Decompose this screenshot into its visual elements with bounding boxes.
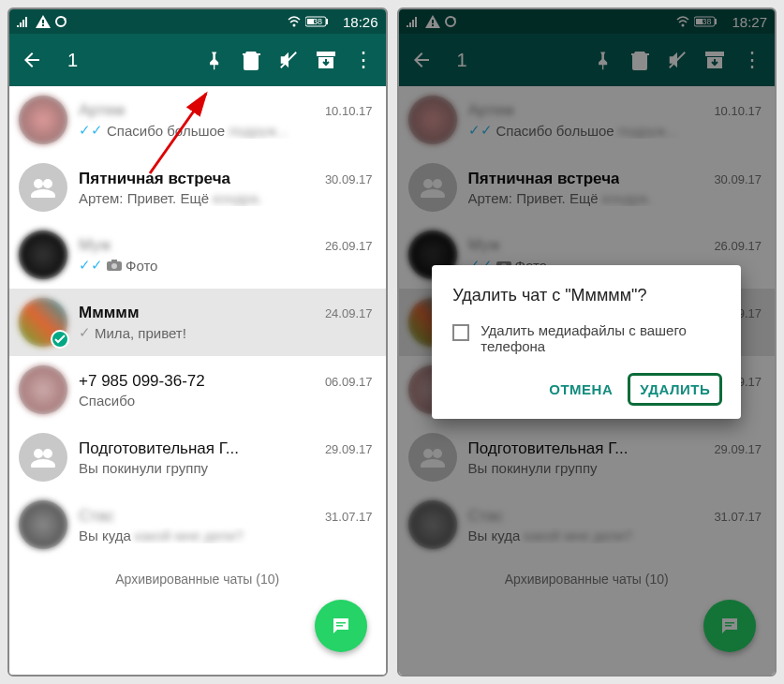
avatar[interactable] bbox=[19, 500, 67, 549]
sync-icon bbox=[54, 15, 67, 28]
camera-icon bbox=[107, 260, 122, 271]
chat-message: Вы кудакакой мне дели? bbox=[79, 528, 373, 543]
delete-media-checkbox[interactable]: Удалить медиафайлы с вашего телефона bbox=[452, 322, 722, 354]
chat-list[interactable]: Артем10.10.17 ✓✓Спасибо большоеподруж...… bbox=[9, 86, 386, 675]
svg-point-17 bbox=[43, 449, 52, 458]
chat-name: Ммммм bbox=[79, 304, 139, 322]
status-bar: 38 18:26 bbox=[9, 9, 386, 34]
svg-rect-15 bbox=[111, 260, 117, 262]
svg-rect-20 bbox=[336, 625, 343, 627]
chat-date: 29.09.17 bbox=[325, 442, 373, 456]
chat-row[interactable]: Ммммм24.09.17 ✓Мила, привет! bbox=[9, 289, 386, 356]
svg-point-12 bbox=[31, 189, 55, 198]
chat-date: 24.09.17 bbox=[325, 306, 373, 320]
chat-row[interactable]: +7 985 099-36-7206.09.17 Спасибо bbox=[9, 356, 386, 424]
avatar[interactable] bbox=[19, 298, 67, 347]
chat-message: Артем: Привет. Ещёкондра. bbox=[79, 190, 373, 206]
chat-message: Спасибо bbox=[79, 393, 373, 409]
svg-rect-8 bbox=[317, 52, 335, 56]
selection-toolbar: 1 ⋮ bbox=[9, 34, 386, 86]
cancel-button[interactable]: ОТМЕНА bbox=[538, 374, 624, 405]
chat-row[interactable]: Артем10.10.17 ✓✓Спасибо большоеподруж... bbox=[9, 86, 386, 154]
svg-point-11 bbox=[43, 179, 52, 188]
chat-name: Подготовительная Г... bbox=[79, 439, 239, 458]
more-icon[interactable]: ⋮ bbox=[350, 47, 377, 73]
new-chat-fab[interactable] bbox=[315, 600, 367, 652]
clock-text: 18:26 bbox=[343, 14, 378, 30]
chat-name: Артем bbox=[79, 101, 125, 120]
selected-check-icon bbox=[51, 330, 69, 349]
battery-icon: 38 bbox=[305, 16, 339, 27]
pin-icon[interactable] bbox=[200, 47, 227, 73]
svg-point-10 bbox=[34, 179, 43, 188]
chat-row[interactable]: Пятничная встреча30.09.17 Артем: Привет.… bbox=[9, 154, 386, 221]
checkbox-label: Удалить медиафайлы с вашего телефона bbox=[481, 322, 722, 354]
chat-date: 06.09.17 bbox=[325, 375, 373, 389]
chat-date: 26.09.17 bbox=[325, 239, 373, 253]
phone-left: 38 18:26 1 ⋮ Артем10.10.17 ✓✓Спасиб bbox=[7, 7, 388, 677]
chat-name: Муж bbox=[79, 236, 111, 255]
svg-point-18 bbox=[31, 459, 55, 468]
avatar[interactable] bbox=[19, 365, 67, 414]
delete-icon[interactable] bbox=[238, 47, 264, 73]
mute-icon[interactable] bbox=[275, 47, 302, 73]
signal-icon bbox=[17, 16, 32, 27]
confirm-delete-button[interactable]: УДАЛИТЬ bbox=[628, 373, 722, 406]
delete-chat-dialog: Удалить чат с "Ммммм"? Удалить медиафайл… bbox=[432, 265, 741, 419]
wifi-icon bbox=[287, 16, 302, 27]
chat-message: ✓✓Фото bbox=[79, 257, 373, 274]
svg-rect-5 bbox=[326, 19, 328, 24]
chat-message: ✓Мила, привет! bbox=[79, 324, 373, 341]
svg-point-3 bbox=[292, 24, 295, 27]
back-icon[interactable] bbox=[19, 47, 45, 73]
chat-row[interactable]: Стас31.07.17 Вы кудакакой мне дели? bbox=[9, 491, 386, 558]
chat-row[interactable]: Муж26.09.17 ✓✓Фото bbox=[9, 221, 386, 289]
avatar[interactable] bbox=[19, 96, 67, 144]
dialog-title: Удалить чат с "Ммммм"? bbox=[452, 286, 722, 305]
chat-date: 30.09.17 bbox=[325, 172, 373, 186]
chat-name: +7 985 099-36-72 bbox=[79, 372, 205, 391]
chat-row[interactable]: Подготовительная Г...29.09.17 Вы покинул… bbox=[9, 424, 386, 491]
archived-chats-label[interactable]: Архивированные чаты (10) bbox=[9, 558, 386, 603]
svg-rect-1 bbox=[42, 24, 44, 26]
svg-point-14 bbox=[111, 263, 117, 269]
chat-date: 10.10.17 bbox=[325, 104, 373, 118]
modal-overlay[interactable]: Удалить чат с "Ммммм"? Удалить медиафайл… bbox=[399, 9, 776, 675]
warning-icon bbox=[36, 15, 51, 28]
battery-text: 38 bbox=[313, 17, 322, 26]
chat-message: ✓✓Спасибо большоеподруж... bbox=[79, 122, 373, 139]
avatar[interactable] bbox=[19, 230, 67, 279]
archive-icon[interactable] bbox=[313, 47, 339, 73]
chat-date: 31.07.17 bbox=[325, 510, 373, 524]
svg-rect-19 bbox=[336, 622, 346, 624]
chat-name: Пятничная встреча bbox=[79, 170, 230, 188]
svg-rect-0 bbox=[42, 20, 44, 23]
phone-right: 38 18:27 1 ⋮ Артем10.10.17 ✓✓Спасибо бол bbox=[397, 7, 777, 677]
chat-name: Стас bbox=[79, 507, 114, 526]
selection-count: 1 bbox=[67, 50, 189, 71]
checkbox-icon[interactable] bbox=[452, 324, 469, 341]
avatar[interactable] bbox=[19, 433, 67, 482]
svg-point-16 bbox=[34, 449, 43, 458]
chat-message: Вы покинули группу bbox=[79, 460, 373, 476]
avatar[interactable] bbox=[19, 163, 67, 212]
